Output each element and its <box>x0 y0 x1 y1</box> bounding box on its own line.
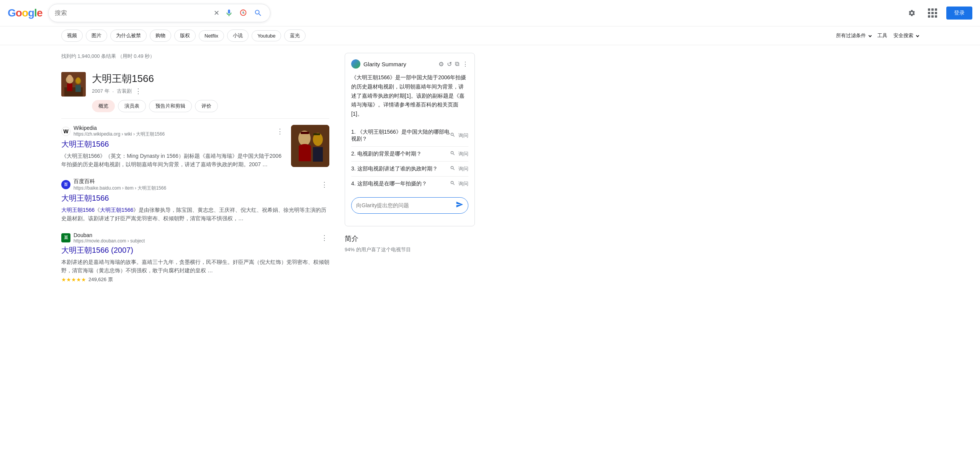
glarity-copy-button[interactable]: ⧉ <box>455 61 459 67</box>
chevron-down-icon <box>869 34 872 37</box>
svg-rect-9 <box>75 85 81 92</box>
result-item-baidu: 百 百度百科 https://baike.baidu.com › item › … <box>61 178 329 223</box>
result-more-button-baidu[interactable]: ⋮ <box>319 179 329 190</box>
filter-chip-images[interactable]: 图片 <box>86 29 107 42</box>
voice-search-button[interactable] <box>223 7 235 19</box>
rating-stars: ★★★★★ <box>61 277 86 283</box>
all-filters-button[interactable]: 所有过滤条件 <box>836 32 871 39</box>
glarity-send-button[interactable] <box>456 201 463 210</box>
result-title-douban[interactable]: 大明王朝1566 (2007) <box>61 245 329 255</box>
entity-tabs: 概览 演员表 预告片和剪辑 评价 <box>92 100 329 112</box>
result-snippet-douban: 本剧讲述的是嘉靖与海瑞的故事。嘉靖三十九年，贪墨横行，民不聊生。奸臣严嵩（倪大红… <box>61 258 329 275</box>
glarity-header: Glarity Summary ⚙ ↺ ⧉ ⋮ <box>351 59 468 69</box>
source-url-douban: https://movie.douban.com › subject <box>74 238 316 244</box>
clear-button[interactable]: ✕ <box>213 8 220 18</box>
svg-rect-14 <box>313 147 323 162</box>
image-search-button[interactable] <box>238 7 249 19</box>
search-input[interactable]: 大明王朝1566 <box>55 10 209 16</box>
glarity-settings-button[interactable]: ⚙ <box>438 61 444 68</box>
entity-info: 大明王朝1566 2007 年 · 古装剧 ⋮ 概览 演员表 预告片和剪辑 评价 <box>92 72 329 112</box>
result-snippet-wikipedia: 《大明王朝1566》（英文：Ming Dynasty in 1566）副标题《嘉… <box>61 152 285 169</box>
google-logo[interactable]: Google <box>8 7 42 19</box>
wikipedia-result-image <box>291 125 329 167</box>
login-button[interactable]: 登录 <box>946 7 972 20</box>
svg-rect-12 <box>299 146 311 161</box>
q-ask-button-1[interactable]: 询问 <box>458 132 468 139</box>
q-search-button-4[interactable] <box>450 180 455 187</box>
glarity-question-4: 4. 这部电视是在哪一年拍摄的？ 询问 <box>351 177 468 191</box>
highlight-text-baidu: 大明王朝1566 <box>61 207 95 213</box>
entity-tab-trailers[interactable]: 预告片和剪辑 <box>149 100 192 112</box>
q-actions-3: 询问 <box>450 165 468 172</box>
rating-info: ★★★★★ 249,626 票 <box>61 276 329 283</box>
source-url-baidu: https://baike.baidu.com › item › 大明王朝156… <box>74 185 316 191</box>
search-bar: 大明王朝1566 ✕ <box>48 4 270 22</box>
entity-thumbnail <box>61 72 86 97</box>
q-ask-button-3[interactable]: 询问 <box>458 165 468 172</box>
intro-section: 简介 94% 的用户喜了这个电视节目 <box>345 234 475 253</box>
right-column: Glarity Summary ⚙ ↺ ⧉ ⋮ 《大明王朝1566》是一部中国大… <box>329 45 475 300</box>
entity-tab-overview[interactable]: 概览 <box>92 100 115 112</box>
source-name-baidu: 百度百科 <box>74 178 316 185</box>
result-snippet-baidu: 大明王朝1566《大明王朝1566》是由张黎执导，陈宝国、黄志忠、王庆祥、倪大红… <box>61 206 329 223</box>
intro-title: 简介 <box>345 234 475 243</box>
entity-title: 大明王朝1566 <box>92 72 329 85</box>
result-more-button[interactable]: ⋮ <box>275 126 285 137</box>
result-source-baidu: 百 百度百科 https://baike.baidu.com › item › … <box>61 178 329 191</box>
entity-meta: 2007 年 · 古装剧 ⋮ <box>92 87 329 95</box>
source-name: Wikipedia <box>74 125 272 131</box>
source-info-douban: Douban https://movie.douban.com › subjec… <box>74 232 316 244</box>
svg-point-6 <box>67 75 72 82</box>
filter-chip-bluray[interactable]: 蓝光 <box>284 29 306 42</box>
filter-chip-banned[interactable]: 为什么被禁 <box>110 29 147 42</box>
filter-chip-copyright[interactable]: 版权 <box>174 29 196 42</box>
results-count: 找到约 1,940,000 条结果 （用时 0.49 秒） <box>61 53 329 60</box>
source-url: https://zh.wikipedia.org › wiki › 大明王朝15… <box>74 131 272 137</box>
search-button[interactable] <box>252 7 264 19</box>
left-column: 找到约 1,940,000 条结果 （用时 0.49 秒） 大明王朝1566 <box>61 45 329 300</box>
q-actions-1: 询问 <box>450 132 468 139</box>
apps-grid-icon <box>926 7 939 19</box>
glarity-more-button[interactable]: ⋮ <box>462 61 468 68</box>
result-title-wikipedia[interactable]: 大明王朝1566 <box>61 139 285 149</box>
q-actions-4: 询问 <box>450 180 468 187</box>
tools-button[interactable]: 工具 <box>877 32 887 39</box>
filter-chip-netflix[interactable]: Netflix <box>199 30 224 41</box>
filter-bar: 视频 图片 为什么被禁 购物 版权 Netflix 小说 Youtube 蓝光 … <box>0 26 980 45</box>
glarity-refresh-button[interactable]: ↺ <box>447 61 452 68</box>
source-name-douban: Douban <box>74 232 316 238</box>
result-more-button-douban[interactable]: ⋮ <box>319 232 329 244</box>
rating-count: 249,626 票 <box>88 276 113 283</box>
entity-tab-cast[interactable]: 演员表 <box>118 100 146 112</box>
filter-chip-youtube[interactable]: Youtube <box>252 30 281 41</box>
svg-rect-16 <box>313 133 320 135</box>
svg-rect-15 <box>301 132 309 134</box>
douban-favicon: 豆 <box>61 233 70 242</box>
entity-tab-reviews[interactable]: 评价 <box>195 100 218 112</box>
settings-button[interactable] <box>905 6 919 20</box>
glarity-question-input[interactable] <box>356 202 453 208</box>
result-item-wikipedia: W Wikipedia https://zh.wikipedia.org › w… <box>61 125 329 169</box>
glarity-panel: Glarity Summary ⚙ ↺ ⧉ ⋮ 《大明王朝1566》是一部中国大… <box>345 53 475 226</box>
wikipedia-favicon: W <box>61 127 70 136</box>
q-search-button-3[interactable] <box>450 165 455 172</box>
entity-more-button[interactable]: ⋮ <box>135 87 142 95</box>
glarity-summary: 《大明王朝1566》是一部中国大陆于2006年拍摄的历史题材电视剧，以明朝嘉靖年… <box>351 73 468 119</box>
source-info: Wikipedia https://zh.wikipedia.org › wik… <box>74 125 272 137</box>
q-search-button-1[interactable] <box>450 132 455 139</box>
result-title-baidu[interactable]: 大明王朝1566 <box>61 193 329 203</box>
q-actions-2: 询问 <box>450 151 468 157</box>
safe-search-button[interactable]: 安全搜索 <box>893 32 919 39</box>
svg-rect-7 <box>67 83 72 91</box>
chevron-down-icon <box>916 34 919 37</box>
entity-card: 大明王朝1566 2007 年 · 古装剧 ⋮ 概览 演员表 预告片和剪辑 评价 <box>61 66 329 119</box>
header-right: 登录 <box>905 4 972 22</box>
filter-chip-videos[interactable]: 视频 <box>61 29 83 42</box>
q-ask-button-2[interactable]: 询问 <box>458 151 468 157</box>
filter-chip-shopping[interactable]: 购物 <box>150 29 171 42</box>
q-ask-button-4[interactable]: 询问 <box>458 180 468 187</box>
q-search-button-2[interactable] <box>450 151 455 157</box>
filter-chip-novel[interactable]: 小说 <box>227 29 249 42</box>
apps-button[interactable] <box>923 4 942 22</box>
intro-text: 94% 的用户喜了这个电视节目 <box>345 246 475 253</box>
